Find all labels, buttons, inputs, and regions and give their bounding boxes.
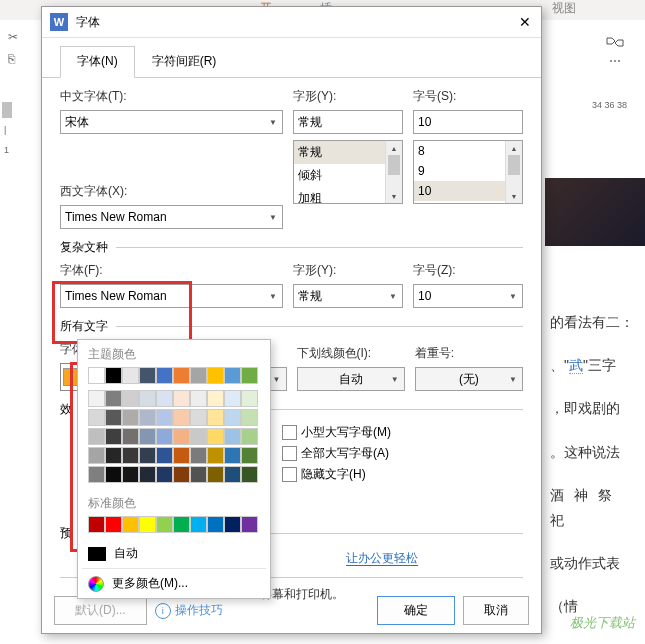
color-swatch[interactable] <box>88 447 105 464</box>
color-swatch[interactable] <box>156 447 173 464</box>
color-swatch[interactable] <box>139 390 156 407</box>
color-swatch[interactable] <box>173 466 190 483</box>
style-listbox[interactable]: 常规 倾斜 加粗 ▲▼ <box>293 140 403 204</box>
color-swatch[interactable] <box>190 409 207 426</box>
color-swatch[interactable] <box>224 447 241 464</box>
checkbox-hidden[interactable] <box>282 467 297 482</box>
size-combo[interactable]: 10 <box>413 110 523 134</box>
color-swatch[interactable] <box>241 390 258 407</box>
color-swatch[interactable] <box>241 367 258 384</box>
color-swatch[interactable] <box>105 447 122 464</box>
color-swatch[interactable] <box>241 516 258 533</box>
color-swatch[interactable] <box>105 390 122 407</box>
color-swatch[interactable] <box>156 409 173 426</box>
color-swatch[interactable] <box>139 428 156 445</box>
color-swatch[interactable] <box>190 516 207 533</box>
copy-icon[interactable]: ⎘ <box>8 52 18 66</box>
color-swatch[interactable] <box>173 390 190 407</box>
color-swatch[interactable] <box>207 367 224 384</box>
color-swatch[interactable] <box>190 367 207 384</box>
tab-spacing[interactable]: 字符间距(R) <box>135 46 234 77</box>
color-swatch[interactable] <box>207 466 224 483</box>
color-swatch[interactable] <box>173 367 190 384</box>
color-swatch[interactable] <box>241 428 258 445</box>
color-swatch[interactable] <box>88 409 105 426</box>
color-swatch[interactable] <box>207 428 224 445</box>
color-swatch[interactable] <box>190 447 207 464</box>
color-swatch[interactable] <box>190 466 207 483</box>
color-swatch[interactable] <box>139 409 156 426</box>
scrollbar[interactable]: ▲▼ <box>385 141 402 203</box>
size-listbox[interactable]: 8 9 10 ▲▼ <box>413 140 523 204</box>
color-swatch[interactable] <box>190 428 207 445</box>
color-swatch[interactable] <box>173 447 190 464</box>
underline-color-combo[interactable]: 自动▼ <box>297 367 405 391</box>
color-swatch[interactable] <box>139 447 156 464</box>
color-swatch[interactable] <box>190 390 207 407</box>
color-swatch[interactable] <box>224 409 241 426</box>
checkbox-allcaps[interactable] <box>282 446 297 461</box>
auto-color-item[interactable]: 自动 <box>78 539 270 568</box>
color-swatch[interactable] <box>139 516 156 533</box>
western-font-combo[interactable]: Times New Roman ▼ <box>60 205 283 229</box>
label-smallcaps: 小型大写字母(M) <box>301 424 391 441</box>
color-swatch[interactable] <box>88 367 105 384</box>
color-swatch[interactable] <box>88 428 105 445</box>
scrollbar[interactable]: ▲▼ <box>505 141 522 203</box>
color-swatch[interactable] <box>122 428 139 445</box>
color-swatch[interactable] <box>241 447 258 464</box>
color-swatch[interactable] <box>156 428 173 445</box>
color-swatch[interactable] <box>224 367 241 384</box>
cut-icon[interactable]: ✂ <box>8 30 18 44</box>
color-swatch[interactable] <box>105 367 122 384</box>
color-swatch[interactable] <box>207 409 224 426</box>
color-swatch[interactable] <box>207 447 224 464</box>
cancel-button[interactable]: 取消 <box>463 596 529 625</box>
default-button[interactable]: 默认(D)... <box>54 596 147 625</box>
color-swatch[interactable] <box>207 390 224 407</box>
ok-button[interactable]: 确定 <box>377 596 455 625</box>
color-swatch[interactable] <box>122 409 139 426</box>
color-swatch[interactable] <box>241 466 258 483</box>
find-replace-icon[interactable] <box>605 34 625 50</box>
color-swatch[interactable] <box>173 516 190 533</box>
color-swatch[interactable] <box>88 516 105 533</box>
close-icon[interactable]: ✕ <box>517 14 533 30</box>
color-swatch[interactable] <box>88 390 105 407</box>
tips-link[interactable]: i操作技巧 <box>155 602 223 619</box>
color-swatch[interactable] <box>122 466 139 483</box>
preview-link[interactable]: 让办公更轻松 <box>346 551 418 566</box>
color-swatch[interactable] <box>122 447 139 464</box>
color-swatch[interactable] <box>105 466 122 483</box>
color-swatch[interactable] <box>224 428 241 445</box>
color-swatch[interactable] <box>156 367 173 384</box>
cs-style-combo[interactable]: 常规▼ <box>293 284 403 308</box>
color-swatch[interactable] <box>224 516 241 533</box>
color-swatch[interactable] <box>105 428 122 445</box>
chinese-font-combo[interactable]: 宋体 ▼ <box>60 110 283 134</box>
color-swatch[interactable] <box>105 409 122 426</box>
more-colors-item[interactable]: 更多颜色(M)... <box>78 569 270 598</box>
emphasis-combo[interactable]: (无)▼ <box>415 367 523 391</box>
color-swatch[interactable] <box>241 409 258 426</box>
cs-size-combo[interactable]: 10▼ <box>413 284 523 308</box>
color-swatch[interactable] <box>173 409 190 426</box>
color-swatch[interactable] <box>139 367 156 384</box>
color-swatch[interactable] <box>224 466 241 483</box>
checkbox-smallcaps[interactable] <box>282 425 297 440</box>
tab-font[interactable]: 字体(N) <box>60 46 135 78</box>
color-swatch[interactable] <box>139 466 156 483</box>
color-swatch[interactable] <box>122 367 139 384</box>
color-swatch[interactable] <box>122 516 139 533</box>
color-swatch[interactable] <box>105 516 122 533</box>
color-swatch[interactable] <box>156 516 173 533</box>
color-swatch[interactable] <box>156 466 173 483</box>
style-combo[interactable]: 常规 <box>293 110 403 134</box>
toolbar-ellipsis[interactable]: ⋯ <box>605 54 625 68</box>
color-swatch[interactable] <box>88 466 105 483</box>
color-swatch[interactable] <box>122 390 139 407</box>
color-swatch[interactable] <box>156 390 173 407</box>
color-swatch[interactable] <box>207 516 224 533</box>
color-swatch[interactable] <box>173 428 190 445</box>
color-swatch[interactable] <box>224 390 241 407</box>
